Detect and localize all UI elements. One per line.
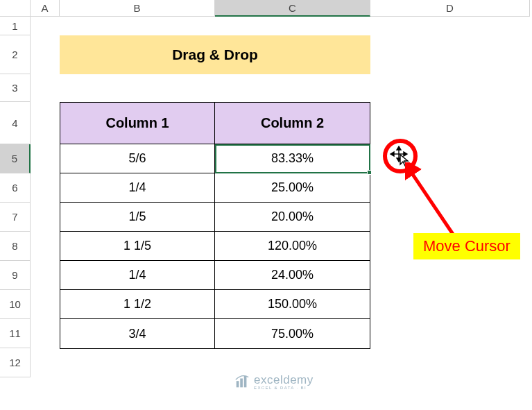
annotation-label: Move Cursor — [413, 233, 520, 259]
cell-b7[interactable]: 1/5 — [60, 203, 215, 232]
table-row: 5/6 83.33% — [60, 144, 370, 173]
svg-marker-5 — [404, 152, 407, 156]
col-header-b[interactable]: B — [60, 0, 215, 17]
table-row: 1/4 24.00% — [60, 261, 370, 290]
title-text: Drag & Drop — [172, 46, 258, 63]
cell-c5[interactable]: 83.33% — [215, 144, 370, 173]
cell-b10[interactable]: 1 1/2 — [60, 290, 215, 319]
watermark: exceldemy EXCEL & DATA · BI — [234, 374, 314, 390]
cell-b11[interactable]: 3/4 — [60, 319, 215, 348]
spreadsheet-grid: A B C D 123456789101112 Drag & Drop Colu… — [0, 0, 532, 377]
cell-c11[interactable]: 75.00% — [215, 319, 370, 348]
table-row: 1/5 20.00% — [60, 203, 370, 232]
svg-rect-9 — [237, 381, 239, 387]
annotation-circle — [383, 139, 418, 173]
svg-marker-3 — [397, 158, 401, 162]
select-all-corner[interactable] — [0, 0, 31, 17]
cell-c10[interactable]: 150.00% — [215, 290, 370, 319]
svg-marker-6 — [400, 155, 408, 166]
row-header-5[interactable]: 5 — [0, 144, 31, 173]
cell-b8[interactable]: 1 1/5 — [60, 232, 215, 261]
row-header-2[interactable]: 2 — [0, 35, 31, 74]
table-row: 1 1/2 150.00% — [60, 290, 370, 319]
data-table: Column 1 Column 2 5/6 83.33% 1/4 25.00% … — [60, 102, 370, 349]
title-banner[interactable]: Drag & Drop — [60, 35, 370, 74]
row-header-10[interactable]: 10 — [0, 290, 31, 319]
cell-b5[interactable]: 5/6 — [60, 144, 215, 173]
row-header-8[interactable]: 8 — [0, 232, 31, 261]
table-header-row: Column 1 Column 2 — [60, 103, 370, 144]
table-header-c2[interactable]: Column 2 — [215, 103, 370, 144]
row-header-11[interactable]: 11 — [0, 319, 31, 348]
cell-c7[interactable]: 20.00% — [215, 203, 370, 232]
cell-b6[interactable]: 1/4 — [60, 173, 215, 203]
cell-c8[interactable]: 120.00% — [215, 232, 370, 261]
row-header-6[interactable]: 6 — [0, 173, 31, 203]
cell-b9[interactable]: 1/4 — [60, 261, 215, 290]
row-header-7[interactable]: 7 — [0, 203, 31, 232]
annotation-label-text: Move Cursor — [423, 237, 510, 255]
watermark-sub: EXCEL & DATA · BI — [254, 386, 314, 390]
column-header-row: A B C D — [0, 0, 532, 17]
svg-rect-11 — [244, 375, 247, 387]
svg-line-8 — [409, 169, 454, 235]
table-row: 3/4 75.00% — [60, 319, 370, 348]
row-header-column: 123456789101112 — [0, 17, 31, 377]
cell-canvas[interactable]: Drag & Drop Column 1 Column 2 5/6 83.33%… — [31, 17, 530, 377]
cell-c6[interactable]: 25.00% — [215, 173, 370, 203]
svg-rect-10 — [240, 378, 243, 387]
table-header-c1[interactable]: Column 1 — [60, 103, 215, 144]
row-header-3[interactable]: 3 — [0, 74, 31, 102]
row-header-1[interactable]: 1 — [0, 17, 31, 35]
move-cursor-icon — [388, 146, 409, 166]
table-row: 1/4 25.00% — [60, 173, 370, 203]
row-header-12[interactable]: 12 — [0, 348, 31, 377]
cell-c9[interactable]: 24.00% — [215, 261, 370, 290]
table-row: 1 1/5 120.00% — [60, 232, 370, 261]
svg-marker-2 — [397, 146, 401, 150]
row-header-4[interactable]: 4 — [0, 102, 31, 144]
row-header-9[interactable]: 9 — [0, 261, 31, 290]
exceldemy-logo-icon — [234, 375, 250, 390]
col-header-a[interactable]: A — [31, 0, 60, 17]
svg-marker-4 — [391, 152, 394, 156]
col-header-c[interactable]: C — [215, 0, 370, 17]
col-header-d[interactable]: D — [370, 0, 530, 17]
watermark-main: exceldemy — [254, 374, 314, 386]
